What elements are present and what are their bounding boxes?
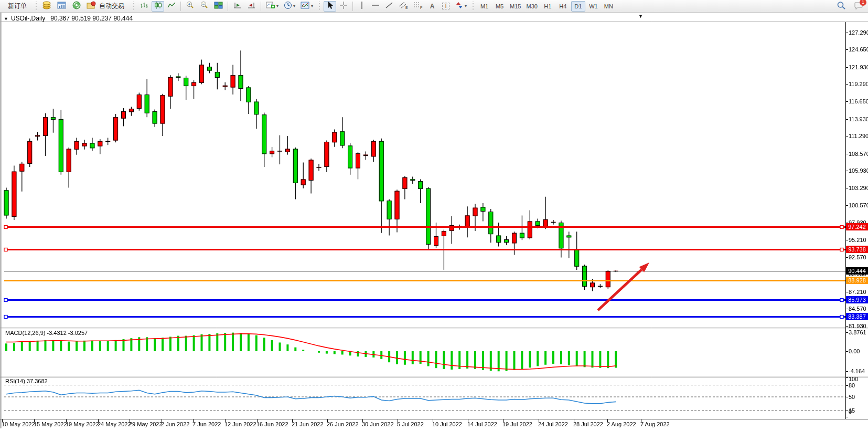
auto-trading-button[interactable]: 自动交易 [84,1,130,12]
date-label: 2 Jun 2022 [161,421,189,427]
toolbar-grip[interactable] [318,2,321,11]
timeframe-m5-button[interactable]: M5 [492,1,507,12]
date-label: 19 Jul 2022 [502,421,532,427]
chart-title: ▼USOil-,Daily90.367 90.519 90.237 90.444 [4,15,133,22]
date-label: 5 Jul 2022 [397,421,424,427]
vertical-line-icon [359,1,365,12]
price-tick-label: 108.570 [849,151,868,157]
timeframe-m15-button[interactable]: M15 [508,1,523,12]
tile-windows-button[interactable] [212,1,225,12]
rsi-tick-label: 100 [849,376,868,382]
date-label: 12 Jun 2022 [224,421,256,427]
price-line-tag: 85.973 [846,296,868,303]
indicators-button[interactable]: ▾ [264,1,281,12]
toolbar-grip[interactable] [35,2,38,11]
templates-button[interactable]: ▾ [298,1,315,12]
periods-button[interactable]: ▾ [282,1,297,12]
fibonacci-icon: F [413,1,423,12]
trendline-button[interactable] [383,1,395,12]
date-label: 30 Jun 2022 [362,421,394,427]
macd-tick-label: 3.8761 [849,329,868,335]
search-button[interactable] [834,1,848,12]
market-watch-button[interactable] [40,1,54,12]
rsi-tick-label: 80 [849,382,868,388]
horizontal-line-button[interactable] [369,1,382,12]
timeframe-m30-button[interactable]: M30 [524,1,539,12]
add-indicator-icon [266,1,275,12]
zoom-out-button[interactable] [198,1,211,12]
price-tick-label: 119.290 [849,81,868,87]
arrows-icon [455,1,464,12]
candlestick-chart-button[interactable] [152,1,164,12]
tile-windows-icon [214,1,223,12]
toolbar-grip[interactable] [132,2,135,11]
auto-scroll-icon [233,1,242,12]
crosshair-button[interactable] [337,1,350,12]
candlestick-icon [154,1,162,12]
zoom-in-button[interactable] [184,1,197,12]
price-tick-label: 116.650 [849,98,868,104]
price-tick-label: 92.570 [849,254,868,260]
cursor-button[interactable] [324,1,336,12]
price-line-tag: 97.242 [846,223,868,230]
collapse-triangle-icon[interactable]: ▼ [4,16,8,22]
rsi-indicator-label: RSI(14) 37.3682 [5,378,48,384]
template-icon [301,1,310,12]
rsi-tick-label: 50 [849,394,868,400]
chart-symbol-period: USOil-,Daily [11,15,45,22]
charts-window-button[interactable] [55,1,69,12]
auto-trading-icon [87,1,96,12]
notifications-button[interactable]: 1 [854,1,864,12]
toolbar-grip[interactable] [471,2,475,11]
line-chart-button[interactable] [165,1,178,12]
signals-button[interactable] [70,1,83,12]
date-label: 24 May 2022 [98,421,131,427]
bar-chart-button[interactable] [138,1,151,12]
chart-ohlc-values: 90.367 90.519 90.237 90.444 [50,15,133,22]
timeframe-m1-button[interactable]: M1 [477,1,491,12]
timeframe-mn-button[interactable]: MN [602,1,616,12]
price-tick-label: 95.210 [849,237,868,243]
date-label: 2 Aug 2022 [607,421,636,427]
price-tick-label: 127.290 [849,29,868,36]
date-label: 7 Aug 2022 [640,421,670,427]
svg-text:E: E [405,6,408,9]
auto-scroll-button[interactable] [231,1,244,12]
gold-bars-icon [42,1,52,12]
price-line-tag: 83.387 [846,313,868,320]
price-line-tag: 90.444 [846,267,868,275]
timeframe-h1-button[interactable]: H1 [541,1,555,12]
chart-shift-marker[interactable]: ▼ [638,14,643,19]
vertical-line-button[interactable] [356,1,368,12]
timeframe-w1-button[interactable]: W1 [586,1,601,12]
price-tick-label: 87.210 [849,289,868,295]
date-label: 14 Jul 2022 [467,421,497,427]
arrows-tool-button[interactable]: ▾ [453,1,469,12]
trendline-icon [385,1,393,12]
equidistant-channel-button[interactable]: E [397,1,410,12]
price-tick-label: 121.930 [849,64,868,70]
chart-shift-button[interactable] [245,1,258,12]
dropdown-arrow-icon: ▾ [311,4,313,8]
cursor-icon [326,1,334,12]
dropdown-arrow-icon: ▾ [276,4,278,8]
price-tick-label: 100.570 [849,202,868,208]
price-tick-label: 84.570 [849,306,868,312]
price-chart-canvas[interactable] [0,0,868,431]
search-icon [837,1,846,12]
fibonacci-button[interactable]: F [411,1,425,12]
dropdown-arrow-icon: ▾ [465,4,467,8]
macd-tick-label: 0.00 [849,348,868,354]
date-label: 24 Jul 2022 [538,421,568,427]
clock-icon [284,1,292,12]
new-order-button[interactable]: 新订单 [3,1,32,12]
date-label: 29 May 2022 [129,421,163,427]
timeframe-d1-button[interactable]: D1 [571,1,585,12]
text-tool-button[interactable]: A [426,1,438,12]
dropdown-arrow-icon: ▾ [293,4,295,8]
date-label: 7 Jun 2022 [192,421,221,427]
text-label-button[interactable]: T [440,1,452,12]
zoom-out-icon [200,1,209,12]
auto-trading-label: 自动交易 [96,2,127,10]
timeframe-h4-button[interactable]: H4 [556,1,570,12]
